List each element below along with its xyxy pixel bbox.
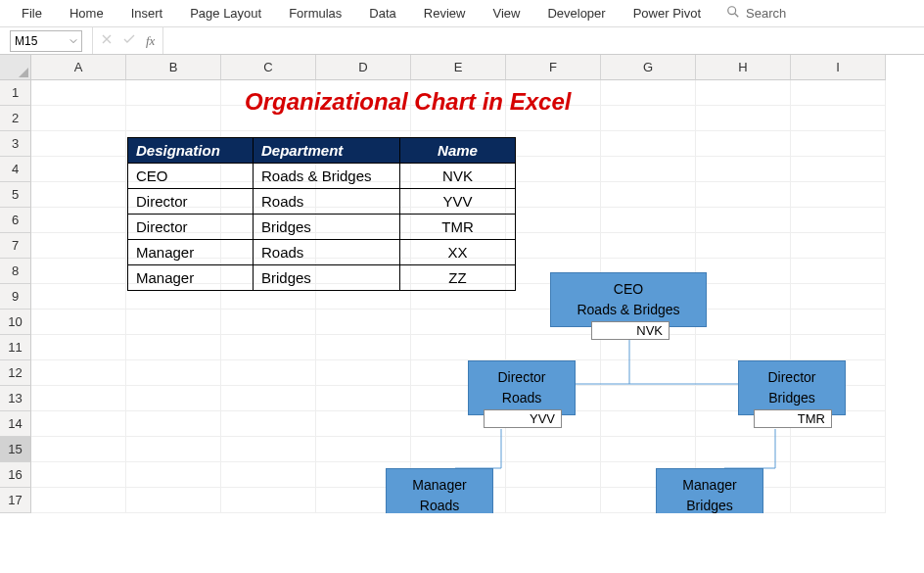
org-node-dept: Bridges (768, 388, 814, 408)
page-title: Organizational Chart in Excel (245, 88, 571, 116)
formula-input[interactable] (162, 27, 924, 54)
chevron-down-icon (69, 34, 77, 48)
org-node-title: Director (767, 367, 815, 388)
col-header[interactable]: D (316, 55, 411, 80)
tab-data[interactable]: Data (355, 2, 409, 24)
th-department: Department (254, 138, 400, 164)
svg-line-1 (735, 14, 739, 18)
org-node-title: Director (497, 367, 545, 388)
table-row: CEORoads & BridgesNVK (128, 164, 516, 189)
col-header[interactable]: C (221, 55, 316, 80)
row-header[interactable]: 10 (0, 310, 31, 335)
ribbon-search[interactable]: Search (715, 5, 798, 22)
org-node-title: Manager (412, 475, 466, 496)
sheet-grid[interactable]: A B C D E F G H I 1 2 3 4 5 6 7 8 9 10 1… (0, 55, 924, 513)
formula-bar: M15 fx (0, 27, 924, 55)
org-node-title: CEO (614, 279, 643, 300)
th-designation: Designation (128, 138, 254, 164)
row-header[interactable]: 1 (0, 80, 31, 106)
row-header[interactable]: 13 (0, 386, 31, 411)
tab-review[interactable]: Review (410, 2, 480, 24)
row-header[interactable]: 2 (0, 106, 31, 131)
row-header[interactable]: 17 (0, 488, 31, 513)
org-node-director-roads[interactable]: Director Roads (468, 360, 576, 415)
tab-power-pivot[interactable]: Power Pivot (620, 2, 715, 24)
select-all-corner[interactable] (0, 55, 31, 80)
row-header[interactable]: 12 (0, 360, 31, 386)
fx-icon[interactable]: fx (146, 33, 155, 49)
col-header[interactable]: H (696, 55, 791, 80)
row-header[interactable]: 4 (0, 157, 31, 182)
col-header[interactable]: G (601, 55, 696, 80)
row-header[interactable]: 11 (0, 335, 31, 360)
org-name-tag: TMR (754, 409, 832, 428)
table-row: DirectorBridgesTMR (128, 215, 516, 240)
org-node-ceo[interactable]: CEO Roads & Bridges (550, 272, 707, 327)
table-row: DirectorRoadsYVV (128, 189, 516, 215)
tab-developer[interactable]: Developer (533, 2, 619, 24)
row-header[interactable]: 14 (0, 411, 31, 437)
org-node-dept: Roads (420, 496, 459, 513)
org-node-dept: Roads & Bridges (577, 300, 679, 320)
org-node-manager-roads[interactable]: Manager Roads (386, 468, 493, 513)
search-icon (726, 5, 740, 22)
svg-point-0 (728, 7, 736, 15)
row-header[interactable]: 3 (0, 131, 31, 157)
search-placeholder: Search (746, 6, 786, 21)
org-name-tag: YVV (484, 409, 562, 428)
tab-formulas[interactable]: Formulas (275, 2, 355, 24)
row-header[interactable]: 9 (0, 284, 31, 310)
org-node-title: Manager (682, 475, 736, 496)
row-header[interactable]: 5 (0, 182, 31, 208)
col-header[interactable]: F (506, 55, 601, 80)
tab-insert[interactable]: Insert (117, 2, 177, 24)
org-node-dept: Bridges (686, 496, 732, 513)
tab-file[interactable]: File (8, 2, 56, 24)
name-box-value: M15 (15, 34, 37, 48)
tab-view[interactable]: View (479, 2, 533, 24)
org-name-tag: NVK (591, 321, 670, 340)
col-header[interactable]: B (126, 55, 221, 80)
cancel-icon[interactable] (101, 33, 113, 48)
col-header[interactable]: I (791, 55, 886, 80)
table-header-row: Designation Department Name (128, 138, 516, 164)
name-box[interactable]: M15 (10, 30, 82, 52)
row-header[interactable]: 6 (0, 208, 31, 233)
org-node-manager-bridges[interactable]: Manager Bridges (656, 468, 763, 513)
table-row: ManagerRoadsXX (128, 240, 516, 265)
row-header[interactable]: 7 (0, 233, 31, 259)
checkmark-icon[interactable] (122, 33, 136, 48)
row-header[interactable]: 8 (0, 259, 31, 284)
org-chart[interactable]: CEO Roads & Bridges NVK Director Roads Y… (372, 272, 901, 513)
tab-home[interactable]: Home (56, 2, 117, 24)
col-header[interactable]: A (31, 55, 126, 80)
tab-page-layout[interactable]: Page Layout (176, 2, 275, 24)
row-header-selected[interactable]: 15 (0, 437, 31, 462)
org-data-table: Designation Department Name CEORoads & B… (127, 137, 516, 291)
row-header[interactable]: 16 (0, 462, 31, 488)
org-node-director-bridges[interactable]: Director Bridges (738, 360, 846, 415)
org-node-dept: Roads (502, 388, 541, 408)
th-name: Name (400, 138, 516, 164)
ribbon-tabs: File Home Insert Page Layout Formulas Da… (0, 0, 924, 27)
col-header[interactable]: E (411, 55, 506, 80)
